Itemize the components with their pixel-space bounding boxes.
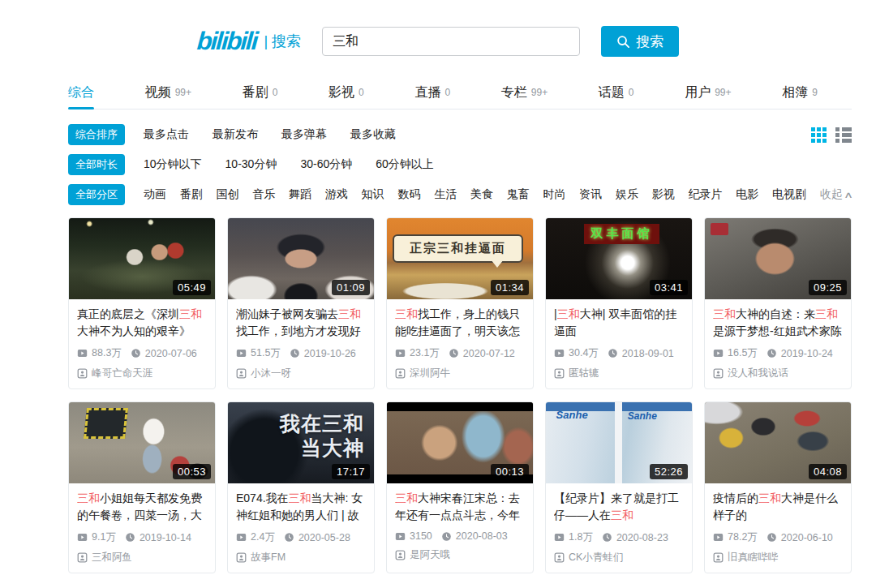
tab-count: 0 (273, 87, 278, 98)
video-info: E074.我在三和当大神: 女神红姐和她的男人们 | 故事2.4万2020-05… (228, 483, 374, 573)
video-title[interactable]: 真正的底层之《深圳三和大神不为人知的艰辛》 (完结 (77, 306, 207, 340)
filter-option[interactable]: 知识 (362, 187, 384, 202)
video-card[interactable]: 09:25三和大神的自述：来三和是源于梦想-红姐武术家陈勇双16.5万2019-… (704, 217, 852, 389)
video-thumbnail[interactable]: 05:49 (69, 218, 215, 299)
video-stats-row: 23.1万2020-07-12 (395, 346, 525, 360)
filter-option[interactable]: 游戏 (325, 187, 348, 202)
video-card[interactable]: 05:49真正的底层之《深圳三和大神不为人知的艰辛》 (完结88.3万2020-… (68, 217, 216, 389)
uploader-icon (236, 552, 247, 563)
uploader-link[interactable]: 旧真瞎哔哔 (713, 551, 779, 564)
video-thumbnail[interactable]: 我在三和当大神17:17 (228, 402, 374, 483)
filter-option[interactable]: 生活 (434, 187, 457, 202)
upload-date: 2019-10-14 (125, 532, 191, 543)
uploader-link[interactable]: 峰哥亡命天涯 (77, 367, 152, 380)
tab-直播[interactable]: 直播0 (414, 76, 450, 109)
uploader-link[interactable]: CK小青蛙们 (554, 551, 623, 564)
play-count-icon (713, 348, 724, 358)
filter-option[interactable]: 资讯 (579, 187, 602, 202)
video-card[interactable]: 我在三和当大神17:17E074.我在三和当大神: 女神红姐和她的男人们 | 故… (227, 401, 375, 573)
filter-badge[interactable]: 综合排序 (68, 124, 125, 145)
video-thumbnail[interactable]: 04:08 (705, 402, 851, 483)
filter-badge[interactable]: 全部分区 (68, 184, 125, 205)
tab-相簿[interactable]: 相簿9 (782, 76, 818, 109)
filter-option[interactable]: 番剧 (180, 187, 203, 202)
video-title[interactable]: 三和大神的自述：来三和是源于梦想-红姐武术家陈勇双 (713, 306, 843, 340)
filter-option[interactable]: 影视 (652, 187, 675, 202)
duration-badge: 04:08 (809, 464, 847, 479)
uploader-icon (395, 550, 406, 560)
filter-option[interactable]: 60分钟以上 (376, 157, 434, 172)
video-card[interactable]: 双丰面馆03:41|三和大神| 双丰面馆的挂逼面30.4万2018-09-01匿… (545, 217, 693, 389)
upload-date-value: 2019-10-24 (781, 348, 833, 359)
video-title[interactable]: E074.我在三和当大神: 女神红姐和她的男人们 | 故事 (236, 490, 366, 524)
uploader-link[interactable]: 故事FM (236, 551, 286, 564)
title-keyword: 三和 (713, 307, 736, 320)
collapse-toggle[interactable]: 收起 ∧ (820, 187, 852, 202)
video-title[interactable]: 三和大神宋春江宋总：去年还有一点点斗志，今年真是 (395, 490, 525, 524)
video-thumbnail[interactable]: 双丰面馆03:41 (546, 218, 692, 299)
filter-option[interactable]: 数码 (397, 187, 420, 202)
tab-用户[interactable]: 用户99+ (685, 76, 731, 109)
filter-option[interactable]: 最新发布 (213, 127, 258, 142)
video-title[interactable]: 疫情后的三和大神是什么样子的 (713, 490, 843, 524)
filter-option[interactable]: 10-30分钟 (225, 157, 277, 172)
video-thumbnail[interactable]: 00:13 (387, 402, 533, 483)
filter-option[interactable]: 美食 (470, 187, 493, 202)
tab-话题[interactable]: 话题0 (599, 76, 634, 109)
video-title[interactable]: 潮汕妹子被网友骗去三和找工作，到地方才发现好乱去 (236, 306, 366, 340)
tab-综合[interactable]: 综合 (68, 76, 94, 109)
title-text: 真正的底层之《深圳 (77, 307, 179, 320)
tab-番剧[interactable]: 番剧0 (243, 76, 278, 109)
filter-option[interactable]: 国创 (217, 187, 239, 202)
video-title[interactable]: |三和大神| 双丰面馆的挂逼面 (554, 306, 684, 340)
uploader-link[interactable]: 深圳阿牛 (395, 367, 450, 380)
uploader-link[interactable]: 没人和我说话 (713, 367, 788, 380)
tab-专栏[interactable]: 专栏99+ (501, 76, 548, 109)
filter-option[interactable]: 舞蹈 (289, 187, 311, 202)
uploader-link[interactable]: 匿轱辘 (554, 367, 599, 380)
video-card[interactable]: 01:09潮汕妹子被网友骗去三和找工作，到地方才发现好乱去51.5万2019-1… (227, 217, 375, 389)
tab-影视[interactable]: 影视0 (328, 76, 364, 109)
filter-option[interactable]: 10分钟以下 (144, 157, 202, 172)
video-card[interactable]: 00:53三和小姐姐每天都发免费的午餐卷，四菜一汤，大神们9.1万2019-10… (68, 401, 216, 573)
filter-option[interactable]: 纪录片 (688, 187, 722, 202)
video-title[interactable]: 三和找工作，身上的钱只能吃挂逼面了，明天该怎么办 (395, 306, 525, 340)
filter-option[interactable]: 时尚 (543, 187, 565, 202)
uploader-name: 旧真瞎哔哔 (728, 551, 779, 564)
filter-option[interactable]: 电视剧 (772, 187, 806, 202)
thumb-neon-sign-text: 双丰面馆 (584, 224, 660, 244)
filter-option[interactable]: 30-60分钟 (300, 157, 352, 172)
filter-option[interactable]: 鬼畜 (507, 187, 530, 202)
video-title[interactable]: 三和小姐姐每天都发免费的午餐卷，四菜一汤，大神们 (77, 490, 207, 524)
filter-option[interactable]: 最多弹幕 (281, 127, 327, 142)
video-card[interactable]: 00:13三和大神宋春江宋总：去年还有一点点斗志，今年真是31502020-08… (386, 401, 534, 573)
filter-option[interactable]: 娱乐 (616, 187, 638, 202)
search-input[interactable] (322, 27, 580, 56)
list-view-icon[interactable] (835, 127, 852, 143)
filter-option[interactable]: 动画 (144, 187, 166, 202)
filter-option[interactable]: 最多点击 (144, 127, 189, 142)
video-thumbnail[interactable]: 正宗三和挂逼面01:34 (387, 218, 533, 299)
filter-option[interactable]: 最多收藏 (350, 127, 396, 142)
video-card[interactable]: SanheSanhe52:26【纪录片】来了就是打工仔——人在三和1.8万202… (545, 401, 693, 573)
play-count-value: 30.4万 (569, 346, 599, 360)
filter-badge[interactable]: 全部时长 (68, 154, 125, 175)
grid-view-icon[interactable] (811, 127, 827, 143)
video-thumbnail[interactable]: 00:53 (69, 402, 215, 483)
filter-option[interactable]: 电影 (736, 187, 758, 202)
video-title[interactable]: 【纪录片】来了就是打工仔——人在三和 (554, 490, 684, 524)
bilibili-logo[interactable]: bilibili | 搜索 (197, 27, 301, 56)
tab-视频[interactable]: 视频99+ (145, 76, 191, 109)
video-thumbnail[interactable]: 01:09 (228, 218, 374, 299)
filter-option[interactable]: 音乐 (252, 187, 275, 202)
video-card[interactable]: 正宗三和挂逼面01:34三和找工作，身上的钱只能吃挂逼面了，明天该怎么办23.1… (386, 217, 534, 389)
video-thumbnail[interactable]: 09:25 (705, 218, 851, 299)
uploader-link[interactable]: 三和阿鱼 (77, 551, 132, 564)
thumb-poster-line: 当大神 (280, 436, 364, 461)
search-button[interactable]: 搜索 (601, 26, 679, 57)
uploader-row: 是阿天哦 (395, 548, 525, 562)
uploader-link[interactable]: 是阿天哦 (395, 548, 450, 562)
uploader-link[interactable]: 小沐一呀 (236, 367, 291, 380)
video-thumbnail[interactable]: SanheSanhe52:26 (546, 402, 692, 483)
video-card[interactable]: 04:08疫情后的三和大神是什么样子的78.2万2020-06-10旧真瞎哔哔 (704, 401, 852, 573)
